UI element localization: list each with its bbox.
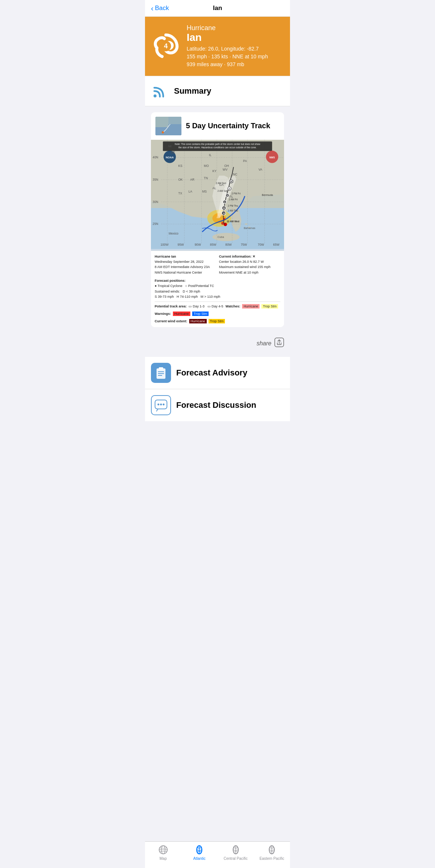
svg-text:2 PM Thu: 2 PM Thu [228,204,238,207]
svg-point-102 [158,403,160,405]
svg-point-0 [154,94,157,97]
svg-point-10 [212,233,239,241]
forecast-advisory-section[interactable]: Forecast Advisory [145,354,290,389]
share-icon[interactable] [274,338,284,349]
svg-text:S: S [224,201,225,203]
svg-point-4 [162,131,164,133]
track-map: 40N 35N 30N 25N 100W 95W 90W 85W 80W [151,140,284,251]
svg-text:OK: OK [178,178,183,181]
bottom-spacer [145,421,290,451]
svg-text:35N: 35N [153,178,158,181]
svg-text:Bermuda: Bermuda [262,193,273,197]
hurricane-type: Hurricane [187,24,284,32]
forecast-discussion-section[interactable]: Forecast Discussion [145,389,290,421]
svg-point-104 [163,403,165,405]
svg-text:TX: TX [178,192,182,195]
svg-text:30N: 30N [153,200,158,204]
svg-text:Note: The cone contains the pr: Note: The cone contains the probable pat… [175,143,260,146]
back-label: Back [155,4,169,12]
track-title: 5 Day Uncertainty Track [186,122,270,130]
coords-line2: 155 mph · 135 kts · NNE at 10 mph [187,53,284,61]
svg-text:2 AM Thu: 2 AM Thu [228,209,238,212]
share-label: share [257,340,271,347]
summary-title: Summary [174,86,211,96]
forecast-discussion-title: Forecast Discussion [176,400,256,410]
svg-text:75W: 75W [241,243,247,246]
svg-text:NOAA: NOAA [166,155,174,159]
hurricane-info: Hurricane Ian Latitude: 26.0, Longitude:… [187,24,284,68]
track-header: 5 Day Uncertainty Track [151,112,284,140]
svg-text:85W: 85W [210,243,216,246]
svg-text:10 AM Wed: 10 AM Wed [227,220,239,223]
svg-text:AL: AL [212,187,216,190]
svg-text:Bahamas: Bahamas [244,226,255,230]
svg-text:90W: 90W [194,243,201,246]
svg-text:S: S [227,195,228,197]
discussion-icon [151,395,171,415]
svg-text:2 AM Fri: 2 AM Fri [229,198,238,201]
svg-text:2 PM Fri: 2 PM Fri [232,192,241,195]
coords-line3: 939 miles away · 937 mb [187,61,284,68]
back-button[interactable]: ‹ Back [151,4,169,12]
chevron-left-icon: ‹ [151,4,154,12]
svg-text:25N: 25N [153,222,158,226]
summary-section: Summary [145,76,290,106]
svg-text:NE: NE [171,151,175,154]
svg-text:TN: TN [204,176,208,180]
track-thumbnail [155,117,181,135]
svg-rect-2 [155,117,168,127]
svg-text:AR: AR [190,178,195,181]
hurricane-name: Ian [187,32,284,43]
navigation-bar: ‹ Back Ian [145,0,290,17]
summary-header: Summary [151,82,284,100]
svg-text:40N: 40N [153,156,158,159]
share-row: share [145,333,290,354]
svg-text:OH: OH [224,164,229,168]
clipboard-icon [151,363,171,383]
rss-icon [151,82,169,100]
svg-text:✕: ✕ [223,217,226,221]
svg-text:PA: PA [243,159,247,162]
svg-point-103 [160,403,162,405]
svg-text:95W: 95W [178,243,184,246]
svg-text:80W: 80W [225,243,232,246]
svg-text:IL: IL [209,154,212,157]
svg-text:SC: SC [229,180,234,183]
svg-text:100W: 100W [161,243,169,246]
hurricane-banner: 4 Hurricane Ian Latitude: 26.0, Longitud… [145,17,290,76]
svg-text:H: H [223,212,225,214]
svg-text:WV: WV [223,168,228,171]
track-card[interactable]: 5 Day Uncertainty Track [151,112,284,327]
category-badge: 4 [161,41,171,51]
svg-text:NE: NE [168,145,172,148]
svg-rect-3 [168,117,181,124]
svg-text:70W: 70W [258,243,264,246]
forecast-advisory-title: Forecast Advisory [176,368,247,378]
svg-rect-97 [159,367,163,370]
svg-text:2 AM Sat: 2 AM Sat [218,189,227,192]
map-legend: Hurricane Ian Wednesday September 28, 20… [151,251,284,327]
track-section: 5 Day Uncertainty Track [145,106,290,333]
hurricane-icon-wrapper: 4 [151,31,181,61]
svg-text:65W: 65W [273,243,280,246]
svg-text:KS: KS [178,164,183,168]
svg-text:NWS: NWS [269,156,275,158]
svg-text:FL: FL [229,195,233,199]
svg-text:KY: KY [212,170,217,173]
svg-text:Cuba: Cuba [218,235,224,239]
svg-text:the size of the storm. Hazardo: the size of the storm. Hazardous conditi… [178,146,257,149]
svg-text:MS: MS [202,190,207,193]
svg-text:GA: GA [219,183,224,187]
svg-text:VA: VA [258,168,262,171]
track-thumbnail-inner [155,117,181,135]
coords-line1: Latitude: 26.0, Longitude: -82.7 [187,45,284,53]
svg-text:MO: MO [204,164,209,168]
svg-text:LA: LA [188,190,193,193]
svg-text:M: M [223,207,225,209]
page-title: Ian [213,4,222,12]
svg-text:NC: NC [233,173,237,176]
svg-text:Mexico: Mexico [169,232,179,235]
hurricane-coords: Latitude: 26.0, Longitude: -82.7 155 mph… [187,45,284,68]
